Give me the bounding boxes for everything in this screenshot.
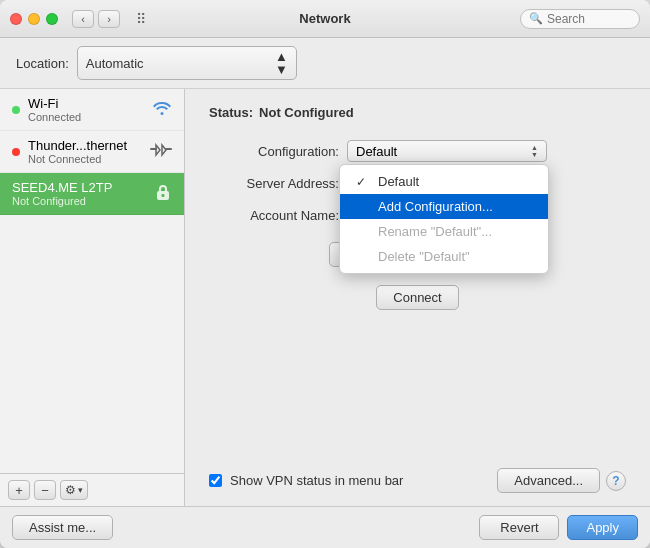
assist-me-button[interactable]: Assist me... [12,515,113,540]
check-mark-icon: ✓ [356,175,370,189]
wifi-icon [152,100,172,119]
thunderbolt-item-text: Thunder...thernet Not Connected [28,138,142,165]
bottom-bar: Assist me... Revert Apply [0,506,650,548]
add-network-button[interactable]: + [8,480,30,500]
close-button[interactable] [10,13,22,25]
window: ‹ › ⠿ Network 🔍 Location: Automatic ▲ ▼ … [0,0,650,548]
gear-menu-button[interactable]: ⚙ ▾ [60,480,88,500]
thunderbolt-icon [150,143,172,160]
revert-button[interactable]: Revert [479,515,559,540]
svg-marker-2 [162,145,166,155]
bottom-bar-right: Revert Apply [479,515,638,540]
dropdown-item-add-label: Add Configuration... [378,199,493,214]
wifi-item-text: Wi-Fi Connected [28,96,144,123]
stepper-arrows-icon: ▲ ▼ [275,50,288,76]
thunderbolt-status: Not Connected [28,153,142,165]
search-icon: 🔍 [529,12,543,25]
svg-rect-3 [165,148,172,150]
checkbox-row: Show VPN status in menu bar [209,463,403,498]
main-content: Wi-Fi Connected Thunder...thernet Not Co… [0,89,650,506]
sidebar-footer: + − ⚙ ▾ [0,473,184,506]
status-dot-red [12,148,20,156]
connect-btn-row: Connect [209,285,626,310]
svg-marker-1 [156,145,160,155]
wifi-status: Connected [28,111,144,123]
dropdown-item-delete: Delete "Default" [340,244,548,269]
svg-rect-5 [162,194,165,197]
remove-network-button[interactable]: − [34,480,56,500]
l2tp-item-text: SEED4.ME L2TP Not Configured [12,180,146,207]
show-vpn-checkbox[interactable] [209,474,222,487]
grid-icon[interactable]: ⠿ [130,10,152,28]
lock-icon [154,183,172,204]
back-button[interactable]: ‹ [72,10,94,28]
wifi-name: Wi-Fi [28,96,144,111]
connect-button[interactable]: Connect [376,285,458,310]
sidebar-item-wifi[interactable]: Wi-Fi Connected [0,89,184,131]
status-value: Not Configured [259,105,354,120]
location-label: Location: [16,56,69,71]
config-stepper-icon: ▲ ▼ [531,144,538,158]
l2tp-name: SEED4.ME L2TP [12,180,146,195]
sidebar-item-thunderbolt[interactable]: Thunder...thernet Not Connected [0,131,184,173]
window-title: Network [299,11,350,26]
right-panel: Status: Not Configured Configuration: De… [185,89,650,506]
show-vpn-label: Show VPN status in menu bar [230,473,403,488]
dropdown-item-rename: Rename "Default"... [340,219,548,244]
nav-buttons: ‹ › [72,10,120,28]
titlebar: ‹ › ⠿ Network 🔍 [0,0,650,38]
config-dropdown-menu: ✓ Default Add Configuration... Rename "D… [339,164,549,274]
dropdown-item-default-label: Default [378,174,419,189]
l2tp-status: Not Configured [12,195,146,207]
maximize-button[interactable] [46,13,58,25]
apply-button[interactable]: Apply [567,515,638,540]
traffic-lights [10,13,58,25]
dropdown-item-default[interactable]: ✓ Default [340,169,548,194]
config-value: Default [356,144,397,159]
config-row: Configuration: Default ▲ ▼ [209,140,626,162]
search-input[interactable] [547,12,637,26]
dropdown-item-rename-label: Rename "Default"... [378,224,492,239]
dropdown-item-delete-label: Delete "Default" [378,249,470,264]
status-dot-green [12,106,20,114]
thunderbolt-name: Thunder...thernet [28,138,142,153]
account-label: Account Name: [209,208,339,223]
right-panel-inner: Status: Not Configured Configuration: De… [209,105,626,506]
bottom-bar-left: Assist me... [12,515,471,540]
config-select-wrapper: Default ▲ ▼ [347,140,547,162]
advanced-help-row: Advanced... ? [497,468,626,493]
status-label: Status: [209,105,253,120]
sidebar-item-l2tp[interactable]: SEED4.ME L2TP Not Configured [0,173,184,215]
location-bar: Location: Automatic ▲ ▼ [0,38,650,89]
server-label: Server Address: [209,176,339,191]
location-value: Automatic [86,56,144,71]
minimize-button[interactable] [28,13,40,25]
checkbox-advanced-row: Show VPN status in menu bar Advanced... … [209,455,626,506]
gear-icon: ⚙ [65,483,76,497]
advanced-button[interactable]: Advanced... [497,468,600,493]
help-button[interactable]: ? [606,471,626,491]
location-select[interactable]: Automatic ▲ ▼ [77,46,297,80]
form-section: Configuration: Default ▲ ▼ [209,140,626,310]
sidebar: Wi-Fi Connected Thunder...thernet Not Co… [0,89,185,506]
config-label: Configuration: [209,144,339,159]
dropdown-item-add[interactable]: Add Configuration... [340,194,548,219]
status-row: Status: Not Configured [209,105,626,120]
config-dropdown[interactable]: Default ▲ ▼ [347,140,547,162]
gear-chevron-icon: ▾ [78,485,83,495]
search-box[interactable]: 🔍 [520,9,640,29]
forward-button[interactable]: › [98,10,120,28]
